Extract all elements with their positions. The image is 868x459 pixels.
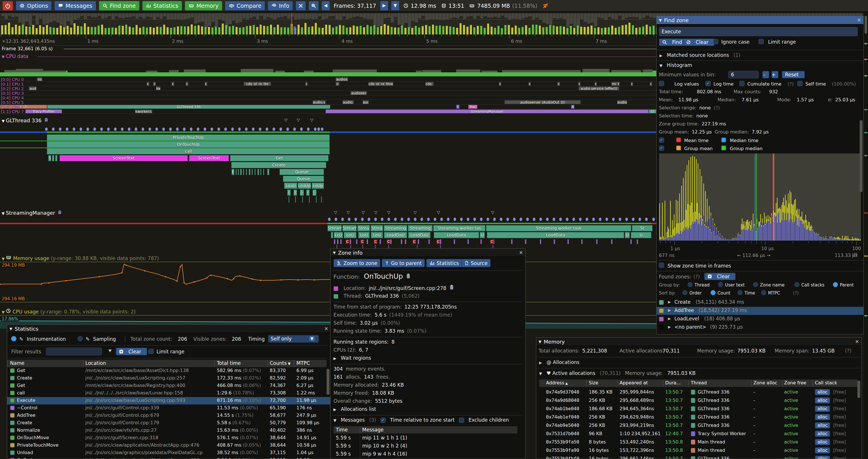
- frame-bar[interactable]: [125, 25, 127, 34]
- statistics-row[interactable]: Unloadjni/../jni/src/claw/graphics/pixel…: [7, 449, 331, 457]
- frame-bar[interactable]: [298, 25, 300, 34]
- message-dot[interactable]: [546, 218, 549, 221]
- streaming-event-tick[interactable]: [637, 239, 638, 244]
- frame-bar[interactable]: [535, 25, 537, 34]
- column-header-dura-[interactable]: Dura...: [665, 380, 681, 386]
- streaming-event-tick[interactable]: [630, 239, 631, 244]
- frame-bar[interactable]: [239, 28, 241, 34]
- statistics-row[interactable]: OnTouchMovejni/../jni/src/guif/Screen.cp…: [7, 434, 331, 442]
- frame-bar[interactable]: [287, 28, 289, 34]
- cpu-zone-block[interactable]: audio.se: [312, 100, 326, 104]
- message-dot[interactable]: [559, 218, 562, 221]
- frame-bar[interactable]: [611, 26, 613, 34]
- frame-bar[interactable]: [315, 23, 317, 34]
- frame-bar[interactable]: [236, 27, 238, 34]
- expander-icon[interactable]: ▶: [334, 356, 336, 361]
- frame-bar[interactable]: [174, 27, 176, 34]
- frame-bar[interactable]: [342, 26, 344, 34]
- message-dot[interactable]: [427, 218, 430, 221]
- streaming-event-tick[interactable]: [380, 239, 381, 244]
- frame-bar[interactable]: [94, 27, 96, 34]
- frame-bar[interactable]: [384, 24, 386, 34]
- collapse-icon[interactable]: ▼: [2, 55, 6, 59]
- frame-bar[interactable]: [91, 27, 93, 34]
- column-header-appeared-at[interactable]: Appeared at: [620, 380, 648, 386]
- frame-bar[interactable]: [511, 28, 513, 34]
- frame-bar[interactable]: [84, 23, 86, 34]
- frame-bar[interactable]: [594, 28, 596, 34]
- frame-bar[interactable]: [270, 25, 272, 34]
- column-header-counts[interactable]: Counts ▼: [270, 360, 290, 366]
- zone-block[interactable]: PrivateTouchUp: [47, 134, 330, 141]
- message-dot[interactable]: [407, 218, 410, 221]
- frame-bar[interactable]: [373, 25, 375, 34]
- find-zone-query-input[interactable]: [659, 27, 858, 36]
- frame-bar[interactable]: [549, 25, 551, 34]
- frame-bar[interactable]: [466, 27, 468, 34]
- column-header-zone-alloc[interactable]: Zone alloc: [753, 380, 777, 386]
- streaming-event-tick[interactable]: [540, 239, 541, 244]
- cpu-zone-block[interactable]: audioser: [350, 91, 367, 95]
- frame-bar[interactable]: [139, 28, 141, 34]
- allocation-row[interactable]: 0x74a9d68040256 KB295,668,489ns13:50.7GL…: [536, 396, 861, 405]
- frame-bar[interactable]: [225, 25, 227, 34]
- group-by-radio-user-text[interactable]: [718, 282, 723, 287]
- frame-bar[interactable]: [404, 28, 406, 34]
- frame-bar[interactable]: [67, 26, 69, 34]
- frame-bar[interactable]: [356, 26, 358, 34]
- message-dot[interactable]: [473, 218, 476, 221]
- message-dot[interactable]: [401, 218, 403, 221]
- expander-icon[interactable]: ▶: [539, 361, 542, 365]
- cpu-zone-block[interactable]: c: [595, 82, 597, 86]
- frame-bar[interactable]: [501, 28, 503, 34]
- message-marker-icon[interactable]: ▽: [347, 210, 350, 215]
- find-zone-scrollbar[interactable]: [860, 120, 863, 192]
- frame-bar[interactable]: [29, 27, 31, 34]
- self-time-checkbox[interactable]: [797, 81, 803, 86]
- streaming-event-tick[interactable]: [390, 239, 392, 244]
- frame-bar[interactable]: [101, 25, 103, 34]
- frame-bar[interactable]: [5, 25, 7, 34]
- collapse-icon[interactable]: ▼: [539, 371, 542, 376]
- message-dot[interactable]: [273, 127, 275, 131]
- frame-bar[interactable]: [305, 23, 307, 34]
- zone-block[interactable]: S: [48, 155, 51, 161]
- message-dot[interactable]: [66, 127, 68, 131]
- frame-bar[interactable]: [50, 27, 52, 34]
- alloc-callstack-button[interactable]: alloc: [815, 431, 830, 437]
- zone-block[interactable]: OnTouchUp: [47, 141, 330, 147]
- statistics-scrollbar[interactable]: [327, 369, 330, 395]
- alloc-callstack-button[interactable]: alloc: [815, 405, 830, 412]
- message-marker-icon[interactable]: ▽: [413, 210, 417, 215]
- zone-block[interactable]: St: [632, 225, 653, 231]
- frame-bar[interactable]: [267, 26, 269, 34]
- frame-bar[interactable]: [60, 26, 62, 34]
- group-by-radio-thread[interactable]: [688, 282, 692, 287]
- message-dot[interactable]: [93, 127, 96, 131]
- message-dot[interactable]: [183, 127, 186, 131]
- cpu-zone-block[interactable]: Trac: [468, 105, 477, 109]
- cpu-zone-block[interactable]: GLThread 336: [47, 105, 330, 109]
- message-dot[interactable]: [341, 218, 344, 221]
- close-icon[interactable]: ✕: [324, 326, 328, 332]
- alloc-callstack-button[interactable]: alloc: [815, 397, 830, 403]
- frame-bar[interactable]: [208, 27, 210, 34]
- cpu-zone-block[interactable]: cds_: [425, 82, 434, 86]
- streaming-event-tick[interactable]: [367, 239, 368, 244]
- streaming-event-tick[interactable]: [405, 239, 406, 244]
- frame-bar[interactable]: [132, 28, 134, 34]
- frame-bar[interactable]: [628, 23, 630, 34]
- frame-bar[interactable]: [560, 26, 561, 34]
- cpu-zone-block[interactable]: c: [499, 82, 501, 86]
- zone-block[interactable]: Strea: [357, 225, 370, 231]
- zone-info-line[interactable]: ▶ Wait regions: [334, 355, 374, 361]
- frame-bar[interactable]: [563, 27, 565, 34]
- cpu-zone-block[interactable]: c: [336, 82, 340, 86]
- cpu-zone-block[interactable]: c: [631, 82, 633, 86]
- message-dot[interactable]: [480, 218, 483, 221]
- column-header-size[interactable]: Size: [589, 380, 598, 386]
- zone-block[interactable]: Create: [231, 162, 326, 168]
- zone-block[interactable]: LoadData: [434, 232, 479, 238]
- sort-by-radio-count[interactable]: [711, 290, 715, 295]
- frame-bar[interactable]: [46, 25, 48, 34]
